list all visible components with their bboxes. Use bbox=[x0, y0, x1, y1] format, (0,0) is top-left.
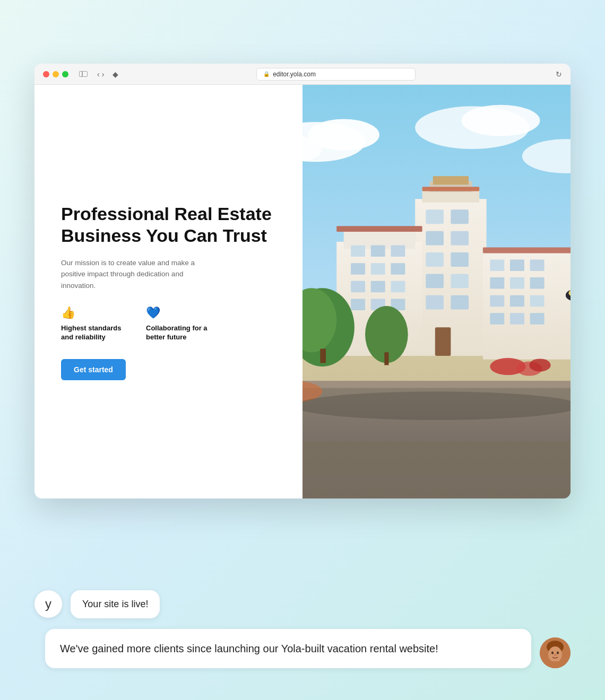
features: 👍 Highest standards and reliability 💙 Co… bbox=[61, 306, 276, 342]
svg-rect-41 bbox=[530, 259, 544, 271]
svg-rect-52 bbox=[336, 226, 422, 232]
svg-rect-26 bbox=[451, 295, 469, 310]
feature-item-1: 👍 Highest standards and reliability bbox=[61, 306, 125, 342]
hero-description: Our mission is to create value and make … bbox=[61, 257, 210, 292]
svg-rect-40 bbox=[510, 259, 524, 271]
url-bar[interactable]: 🔒 editor.yola.com bbox=[256, 68, 416, 81]
svg-rect-9 bbox=[302, 381, 571, 388]
svg-rect-20 bbox=[451, 231, 469, 246]
svg-rect-23 bbox=[426, 274, 444, 288]
user-avatar-image bbox=[540, 637, 571, 668]
heart-icon: 💙 bbox=[146, 306, 210, 320]
feature-item-2: 💙 Collaborating for a better future bbox=[146, 306, 210, 342]
svg-rect-49 bbox=[510, 313, 524, 325]
hero-image bbox=[302, 85, 571, 498]
svg-rect-17 bbox=[426, 209, 444, 224]
feature-label-2: Collaborating for a better future bbox=[146, 324, 210, 342]
svg-rect-32 bbox=[391, 263, 405, 275]
svg-rect-18 bbox=[451, 209, 469, 224]
svg-point-72 bbox=[302, 391, 571, 420]
svg-point-76 bbox=[551, 652, 554, 654]
svg-rect-28 bbox=[371, 246, 385, 257]
hero-image-panel bbox=[302, 85, 571, 498]
svg-rect-67 bbox=[302, 441, 571, 498]
svg-rect-59 bbox=[384, 352, 388, 365]
svg-rect-48 bbox=[490, 313, 504, 325]
svg-rect-51 bbox=[422, 187, 480, 191]
svg-rect-39 bbox=[490, 259, 504, 271]
svg-point-78 bbox=[555, 654, 556, 656]
svg-rect-46 bbox=[510, 295, 524, 307]
svg-point-77 bbox=[557, 652, 559, 654]
chat-area: y Your site is live! We've gained more c… bbox=[34, 590, 571, 668]
svg-rect-50 bbox=[530, 313, 544, 325]
chat-message-row-1: y Your site is live! bbox=[34, 590, 571, 618]
svg-rect-47 bbox=[530, 295, 544, 307]
chat-message-row-2: We've gained more clients since launchin… bbox=[45, 629, 571, 668]
svg-rect-13 bbox=[433, 176, 469, 185]
traffic-lights bbox=[43, 71, 68, 77]
svg-rect-31 bbox=[371, 263, 385, 275]
browser-toolbar: ‹ › ◆ 🔒 editor.yola.com ↻ bbox=[34, 64, 571, 85]
svg-point-71 bbox=[529, 358, 550, 371]
yola-avatar: y bbox=[34, 590, 62, 618]
forward-arrow[interactable]: › bbox=[102, 70, 105, 78]
svg-rect-34 bbox=[371, 281, 385, 293]
sidebar-toggle[interactable] bbox=[79, 71, 88, 77]
svg-rect-57 bbox=[320, 349, 326, 363]
url-text: editor.yola.com bbox=[273, 71, 316, 78]
hero-title: Professional Real Estate Business You Ca… bbox=[61, 203, 276, 247]
lock-icon: 🔒 bbox=[263, 71, 270, 77]
get-started-button[interactable]: Get started bbox=[61, 359, 126, 380]
svg-rect-36 bbox=[351, 299, 365, 310]
svg-rect-42 bbox=[490, 277, 504, 289]
testimonial-text: We've gained more clients since launchin… bbox=[60, 643, 438, 654]
maximize-button[interactable] bbox=[62, 71, 68, 77]
svg-rect-44 bbox=[530, 277, 544, 289]
live-message-text: Your site is live! bbox=[82, 599, 148, 609]
svg-rect-27 bbox=[351, 246, 365, 257]
svg-rect-21 bbox=[426, 252, 444, 267]
svg-rect-45 bbox=[490, 295, 504, 307]
browser-content: Professional Real Estate Business You Ca… bbox=[34, 85, 571, 498]
svg-rect-30 bbox=[351, 263, 365, 275]
minimize-button[interactable] bbox=[53, 71, 59, 77]
svg-rect-24 bbox=[451, 274, 469, 288]
svg-rect-54 bbox=[435, 327, 451, 356]
nav-arrows: ‹ › bbox=[97, 70, 104, 78]
svg-rect-43 bbox=[510, 277, 524, 289]
svg-rect-19 bbox=[426, 231, 444, 246]
reload-button[interactable]: ↻ bbox=[556, 70, 562, 78]
svg-rect-53 bbox=[483, 248, 571, 253]
close-button[interactable] bbox=[43, 71, 49, 77]
user-avatar bbox=[540, 637, 571, 668]
thumbs-up-icon: 👍 bbox=[61, 306, 125, 320]
svg-rect-22 bbox=[451, 252, 469, 267]
svg-rect-35 bbox=[391, 281, 405, 293]
svg-rect-33 bbox=[351, 281, 365, 293]
svg-rect-25 bbox=[426, 295, 444, 310]
svg-rect-29 bbox=[391, 246, 405, 257]
testimonial-bubble: We've gained more clients since launchin… bbox=[45, 629, 531, 668]
back-arrow[interactable]: ‹ bbox=[97, 70, 100, 78]
browser-window: ‹ › ◆ 🔒 editor.yola.com ↻ Professional R… bbox=[34, 64, 571, 498]
live-message-bubble: Your site is live! bbox=[71, 590, 160, 618]
svg-point-5 bbox=[462, 105, 540, 136]
hero-left: Professional Real Estate Business You Ca… bbox=[34, 85, 302, 498]
shield-icon: ◆ bbox=[113, 70, 118, 78]
feature-label-1: Highest standards and reliability bbox=[61, 324, 125, 342]
